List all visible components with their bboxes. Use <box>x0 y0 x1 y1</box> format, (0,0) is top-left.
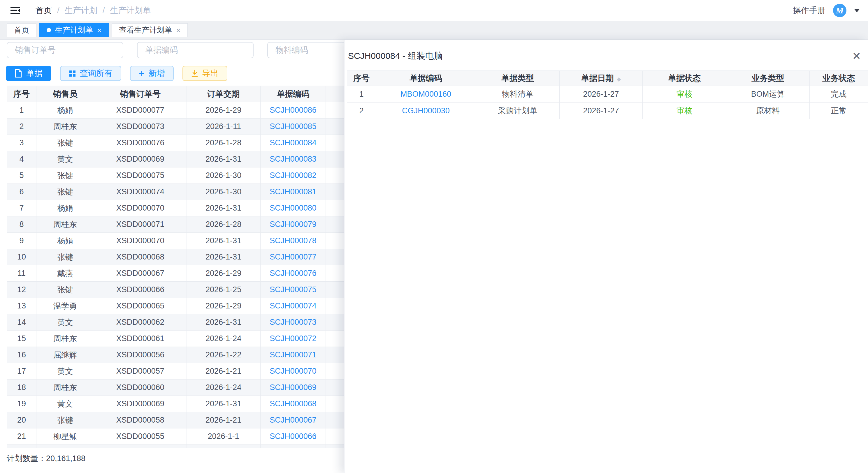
cell-due-date: 2026-1-29 <box>187 102 260 119</box>
add-button[interactable]: + 新增 <box>130 66 174 81</box>
plan-quantity-value: 20,161,188 <box>46 454 85 463</box>
close-icon[interactable]: ✕ <box>852 51 861 62</box>
cell-doc-code[interactable]: SCJH000070 <box>260 363 326 379</box>
doc-code-link[interactable]: SCJH000070 <box>270 367 316 375</box>
cell-doc-code[interactable]: SCJH000066 <box>260 429 326 445</box>
cell-doc-code[interactable]: SCJH000071 <box>260 347 326 363</box>
top-bar: 首页 / 生产计划 / 生产计划单 操作手册 M <box>0 0 868 21</box>
column-header: 单据类型 <box>476 71 560 86</box>
cell-sales-person: 周桂东 <box>36 216 94 233</box>
doc-code-link[interactable]: SCJH000076 <box>270 269 316 277</box>
cell-doc-code[interactable]: SCJH000072 <box>260 331 326 347</box>
doc-code-link[interactable]: SCJH000072 <box>270 334 316 343</box>
doc-code-link[interactable]: SCJH000083 <box>270 155 316 163</box>
doc-code-link[interactable]: SCJH000068 <box>270 399 316 408</box>
cell-seq: 21 <box>7 429 36 445</box>
doc-code-link[interactable]: SCJH000069 <box>270 383 316 392</box>
cell-doc-code[interactable]: SCJH000082 <box>260 167 326 184</box>
cell-doc-code[interactable]: SCJH000086 <box>260 102 326 119</box>
column-header: 单据编码 <box>376 71 476 86</box>
cell-doc-code[interactable]: SCJH000080 <box>260 200 326 216</box>
cell-doc-code[interactable]: SCJH000078 <box>260 233 326 249</box>
doc-code-link[interactable]: SCJH000080 <box>270 204 316 212</box>
tab-home[interactable]: 首页 <box>7 23 36 37</box>
cell-seq: 17 <box>7 363 36 379</box>
top-bar-right: 操作手册 M <box>793 4 860 17</box>
doc-code-link[interactable]: SCJH000079 <box>270 220 316 229</box>
cell-doc-code[interactable]: SCJH000077 <box>260 249 326 265</box>
cell-sales-person: 柳星稣 <box>36 429 94 445</box>
cell-sales-person: 黄文 <box>36 314 94 331</box>
doc-code-link[interactable]: SCJH000085 <box>270 122 316 131</box>
breadcrumb-home[interactable]: 首页 <box>36 5 52 16</box>
breadcrumb-section[interactable]: 生产计划 <box>65 5 97 16</box>
doc-code-link[interactable]: SCJH000084 <box>270 138 316 147</box>
cell-doc-code[interactable]: SCJH000085 <box>260 119 326 135</box>
breadcrumb-separator: / <box>102 6 105 15</box>
doc-code-link[interactable]: SCJH000086 <box>270 106 316 114</box>
table-row[interactable]: 1MBOM000160物料清单2026-1-27审核BOM运算完成 <box>347 86 868 103</box>
doc-code-link[interactable]: CGJH000030 <box>402 106 450 115</box>
menu-fold-icon[interactable] <box>9 5 22 16</box>
doc-code-link[interactable]: SCJH000073 <box>270 318 316 327</box>
cell-doc-code[interactable]: SCJH000083 <box>260 151 326 167</box>
sales-order-input[interactable] <box>7 42 123 58</box>
caret-down-icon[interactable] <box>854 9 860 12</box>
doc-code-link[interactable]: SCJH000075 <box>270 285 316 294</box>
cell-sales-order: XSDD000062 <box>94 314 187 331</box>
cell-doc-code[interactable]: MBOM000160 <box>376 86 476 103</box>
cell-doc-date: 2026-1-27 <box>560 103 643 119</box>
cell-sales-person: 张键 <box>36 184 94 200</box>
manual-link[interactable]: 操作手册 <box>793 5 826 16</box>
column-header: 单据状态 <box>643 71 726 86</box>
avatar[interactable]: M <box>833 4 846 17</box>
cell-biz-status: 正常 <box>810 103 868 119</box>
breadcrumb-page[interactable]: 生产计划单 <box>110 5 151 16</box>
query-all-button[interactable]: 查询所有 <box>60 66 121 81</box>
cell-sales-order: XSDD000071 <box>94 216 187 233</box>
doc-code-link[interactable]: SCJH000074 <box>270 301 316 310</box>
tab-view-production-plan[interactable]: 查看生产计划单 × <box>112 23 188 37</box>
cell-sales-order: XSDD000075 <box>94 167 187 184</box>
doc-code-link[interactable]: MBOM000160 <box>401 90 451 98</box>
grid-icon <box>69 70 76 77</box>
tab-close-icon[interactable]: × <box>176 27 180 34</box>
tab-label: 生产计划单 <box>55 25 93 35</box>
cell-sales-order: XSDD000067 <box>94 265 187 282</box>
doc-code-link[interactable]: SCJH000078 <box>270 236 316 245</box>
cell-doc-code[interactable]: SCJH000081 <box>260 184 326 200</box>
doc-code-link[interactable]: SCJH000071 <box>270 350 316 359</box>
cell-sales-order: XSDD000060 <box>94 379 187 396</box>
cell-seq: 1 <box>347 86 376 103</box>
doc-code-input[interactable] <box>137 42 254 58</box>
cell-doc-code[interactable]: SCJH000075 <box>260 282 326 298</box>
active-tab-dot <box>46 28 51 32</box>
tab-close-icon[interactable]: × <box>97 27 101 34</box>
column-header[interactable]: 单据日期◆ <box>560 71 643 86</box>
doc-code-link[interactable]: SCJH000067 <box>270 416 316 425</box>
cell-doc-code[interactable]: SCJH000074 <box>260 298 326 314</box>
cell-doc-code[interactable]: SCJH000073 <box>260 314 326 331</box>
cell-due-date: 2026-1-31 <box>187 396 260 412</box>
export-button[interactable]: 导出 <box>182 66 227 81</box>
cell-doc-code[interactable]: SCJH000069 <box>260 379 326 396</box>
cell-biz-type: 原材料 <box>726 103 810 119</box>
doc-button[interactable]: 单据 <box>6 66 51 81</box>
doc-code-link[interactable]: SCJH000077 <box>270 252 316 261</box>
doc-code-link[interactable]: SCJH000066 <box>270 432 316 441</box>
table-row[interactable]: 2CGJH000030采购计划单2026-1-27审核原材料正常 <box>347 103 868 119</box>
cell-empty <box>36 445 94 448</box>
plan-quantity-label: 计划数量： <box>7 454 46 463</box>
doc-code-link[interactable]: SCJH000082 <box>270 171 316 180</box>
cell-doc-code[interactable]: SCJH000076 <box>260 265 326 282</box>
tab-production-plan[interactable]: 生产计划单 × <box>39 23 109 37</box>
cell-doc-code[interactable]: CGJH000030 <box>376 103 476 119</box>
cell-doc-code[interactable]: SCJH000068 <box>260 396 326 412</box>
cell-sales-person: 黄文 <box>36 396 94 412</box>
sort-icon[interactable]: ◆ <box>617 76 621 82</box>
cell-doc-code[interactable]: SCJH000084 <box>260 135 326 151</box>
doc-code-link[interactable]: SCJH000081 <box>270 187 316 196</box>
cell-doc-code[interactable]: SCJH000079 <box>260 216 326 233</box>
cell-doc-code[interactable]: SCJH000067 <box>260 412 326 429</box>
breadcrumb: 首页 / 生产计划 / 生产计划单 <box>36 5 151 16</box>
